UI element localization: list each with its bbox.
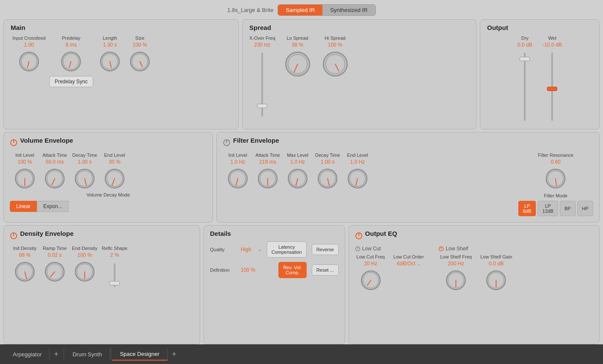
filter-resonance-knob[interactable] [544, 167, 567, 190]
reflc-shape-slider-thumb[interactable] [109, 281, 120, 285]
fe-init-level-knob[interactable] [227, 167, 249, 190]
length-knob[interactable] [99, 50, 121, 73]
de-init-density-value: 88 % [19, 252, 30, 258]
input-crossfeed-knob[interactable] [18, 50, 40, 73]
fe-decay-time-item: Decay Time 1.00 s [313, 153, 343, 190]
definition-row: Definition 100 % Rev. Vol.Comp. Reset ..… [210, 262, 339, 278]
low-shelf-gain-value: 0.0 dB [489, 261, 504, 267]
filter-mode-lp12-button[interactable]: LP12dB [538, 201, 558, 216]
xover-slider-thumb[interactable] [257, 104, 267, 108]
ve-attack-time-knob[interactable] [44, 167, 66, 190]
taskbar-space-designer[interactable]: Space Designer [112, 348, 168, 361]
ve-end-level-knob[interactable] [103, 167, 126, 190]
ve-decay-time-knob[interactable] [74, 167, 96, 190]
vol-decay-linear-button[interactable]: Linear [10, 201, 37, 212]
de-ramp-time-knob[interactable] [44, 261, 66, 283]
de-ramp-time-item: Ramp Time 0.02 s [40, 246, 70, 283]
filter-mode-label: Filter Mode [518, 193, 593, 198]
dry-slider-thumb[interactable] [520, 57, 530, 61]
predelay-sync-button[interactable]: Predelay Sync [49, 76, 93, 87]
de-init-density-item: Init Density 88 % [10, 246, 40, 283]
taskbar-add-after-arp[interactable]: + [50, 350, 63, 359]
rev-vol-comp-button[interactable]: Rev. Vol.Comp. [278, 262, 306, 278]
vol-decay-mode-group: Linear Expon... [10, 201, 207, 212]
quality-row: Quality High ⌄ LatencyCompensation Rever… [210, 241, 339, 258]
dry-label: Dry [521, 35, 529, 41]
ve-attack-time-value: 59.0 ms [46, 159, 64, 165]
size-knob[interactable] [129, 50, 151, 73]
fe-max-level-value: 1.0 Hz [290, 159, 305, 165]
low-shelf-freq-knob[interactable] [445, 269, 467, 291]
size-value: 100 % [133, 42, 147, 48]
size-knob-item: Size 100 % [125, 35, 155, 73]
vol-env-knobs: Init Level 100 % Attack Time 59.0 ms [10, 153, 207, 190]
reverse-button[interactable]: Reverse [312, 244, 339, 255]
taskbar-drum-synth[interactable]: Drum Synth [65, 349, 110, 360]
volume-envelope-panel: Volume Envelope Init Level 100 % Attack … [3, 132, 213, 223]
taskbar-arpeggiator[interactable]: Arpeggiator [5, 349, 50, 360]
de-ramp-time-value: 0.02 s [48, 252, 62, 258]
vol-decay-exponential-button[interactable]: Expon... [37, 201, 68, 212]
lo-spread-knob[interactable] [284, 50, 311, 78]
taskbar-sep2 [111, 348, 111, 361]
definition-label: Definition [210, 267, 236, 273]
xover-freq-label: X-Over Freq [249, 35, 275, 41]
low-shelf-power-icon[interactable] [438, 246, 444, 252]
fe-decay-time-knob[interactable] [316, 167, 339, 190]
taskbar-add-after-sd[interactable]: + [168, 350, 181, 359]
output-eq-title: Output EQ [365, 230, 397, 237]
taskbar-sep1 [64, 348, 64, 361]
de-end-density-knob[interactable] [74, 261, 96, 283]
filter-resonance-item: Filter Resonance 0.60 [536, 153, 575, 190]
low-shelf-gain-knob[interactable] [485, 269, 507, 291]
low-cut-freq-knob[interactable] [360, 269, 382, 291]
de-reflc-shape-label: Reflc Shape [102, 246, 127, 251]
filter-env-knobs: Init Level 1.0 Hz Attack Time 219 ms [223, 153, 510, 190]
filter-mode-lp6-button[interactable]: LP6dB [518, 201, 536, 216]
fe-max-level-knob[interactable] [287, 167, 309, 190]
hi-spread-label: Hi Spread [325, 35, 346, 41]
fe-end-level-knob[interactable] [346, 167, 369, 190]
length-knob-item: Length 1.30 s [95, 35, 125, 73]
de-end-density-label: End Density [72, 246, 97, 251]
latency-compensation-button[interactable]: LatencyCompensation [267, 241, 307, 258]
wet-slider-thumb[interactable] [547, 87, 557, 91]
sampled-ir-button[interactable]: Sampled IR [278, 5, 322, 15]
fe-attack-time-item: Attack Time 219 ms [253, 153, 283, 190]
filter-envelope-panel: Filter Envelope Init Level 1.0 Hz Att [216, 132, 600, 223]
lo-spread-label: Lo Spread [287, 35, 308, 41]
low-cut-order-label: Low Cut Order [393, 254, 424, 259]
reset-button[interactable]: Reset ... [312, 264, 339, 276]
filter-mode-bp-button[interactable]: BP [560, 201, 576, 216]
output-eq-header: Output EQ [355, 230, 593, 241]
reflc-shape-slider-track [114, 263, 115, 287]
filter-env-power-icon[interactable] [223, 139, 231, 147]
de-ramp-time-label: Ramp Time [43, 246, 67, 251]
de-init-density-knob[interactable] [14, 261, 36, 283]
low-cut-power-icon[interactable] [355, 246, 361, 252]
filter-resonance-label: Filter Resonance [538, 153, 573, 158]
synthesized-ir-button[interactable]: Synthesized IR [322, 5, 375, 15]
spread-panel: Spread X-Over Freq 230 Hz Lo Spread 38 % [242, 19, 476, 129]
spread-title: Spread [249, 24, 469, 31]
output-eq-power-icon[interactable] [355, 232, 363, 240]
de-init-density-label: Init Density [13, 246, 36, 251]
details-panel: Details Quality High ⌄ LatencyCompensati… [204, 225, 345, 344]
low-cut-freq-item: Low Cut Freq 20 Hz [355, 254, 387, 291]
length-value: 1.30 s [103, 42, 117, 48]
top-bar: 1.8s_Large & Brite Sampled IR Synthesize… [0, 0, 603, 19]
vol-env-power-icon[interactable] [10, 139, 18, 147]
density-env-power-icon[interactable] [10, 232, 18, 240]
low-shelf-freq-label: Low Shelf Freq [440, 254, 472, 259]
ve-init-level-knob[interactable] [14, 167, 36, 190]
filter-mode-hp-button[interactable]: HP [577, 201, 593, 216]
density-env-knobs: Init Density 88 % Ramp Time 0.02 s [10, 246, 194, 288]
lo-spread-knob-item: Lo Spread 38 % [282, 35, 313, 78]
low-shelf-freq-item: Low Shelf Freq 200 Hz [438, 254, 473, 291]
density-env-header: Density Envelope [10, 230, 194, 241]
row1: Main Input Crossfeed 1.00 Predelay 8 ms [0, 19, 603, 129]
fe-attack-time-knob[interactable] [257, 167, 279, 190]
quality-dropdown-icon[interactable]: ⌄ [257, 247, 262, 252]
hi-spread-knob[interactable] [322, 50, 349, 78]
predelay-knob[interactable] [60, 50, 82, 73]
